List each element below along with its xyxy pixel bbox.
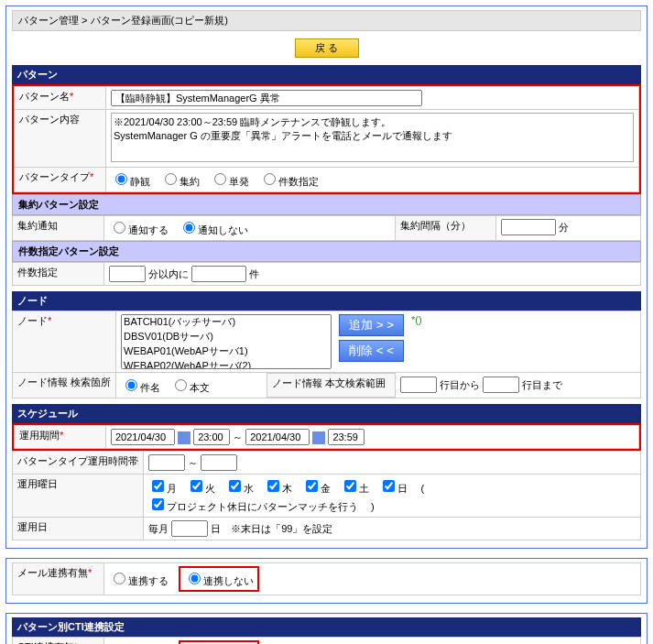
ptype-shuyaku-radio[interactable] (165, 173, 177, 185)
node-line-from-input[interactable] (400, 377, 437, 393)
node-line-to-input[interactable] (483, 377, 519, 393)
section-header-schedule: スケジュール (12, 404, 641, 423)
mail-label: メール連携有無 (17, 567, 88, 578)
ptype-time-to-input[interactable] (201, 454, 237, 471)
count-label: 件数指定 (17, 267, 58, 278)
node-remove-button[interactable]: 削除 < < (339, 340, 404, 362)
section-header-cti: パターン別CTI連携設定 (12, 617, 641, 637)
count-ken-input[interactable] (191, 266, 246, 282)
node-label: ノード (17, 315, 48, 326)
dow-mon-check[interactable] (152, 480, 164, 492)
pattern-content-label: パターン内容 (19, 114, 80, 125)
ptype-tanpatsu-radio[interactable] (214, 173, 226, 185)
node-search-label: ノード情報 検索箇所 (17, 377, 111, 387)
section-header-pattern: パターン (12, 65, 641, 84)
ptype-time-from-input[interactable] (148, 454, 185, 471)
runday-input[interactable] (171, 520, 208, 537)
count-minutes-input[interactable] (109, 266, 146, 282)
nodesearch-subject-radio[interactable] (125, 379, 137, 391)
mail-yes-radio[interactable] (114, 573, 125, 584)
runday-label: 運用日 (17, 521, 48, 532)
section-header-node: ノード (12, 291, 641, 311)
node-range-label: ノード情報 本文検索範囲 (272, 377, 386, 388)
pattern-type-label: パターンタイプ (19, 171, 90, 182)
pattern-table: パターン名* パターン内容 パターンタイプ* 静観 集約 単発 件数指定 (14, 86, 639, 192)
section-header-agg: 集約パターン設定 (12, 194, 641, 215)
date-to-input[interactable] (245, 429, 310, 445)
node-right-text: *() (411, 314, 422, 325)
ptype-kensu-radio[interactable] (264, 173, 276, 185)
calendar-icon[interactable] (312, 431, 325, 444)
cti-panel: パターン別CTI連携設定 CTI連携有無* 連携する 連携しない (5, 613, 648, 644)
date-from-input[interactable] (111, 429, 175, 445)
pattern-content-textarea[interactable] (111, 113, 634, 162)
dow-fri-check[interactable] (306, 480, 318, 492)
dow-tue-check[interactable] (190, 480, 202, 492)
agg-interval-input[interactable] (501, 219, 556, 235)
back-button-top[interactable]: 戻 る (295, 38, 359, 58)
dow-wed-check[interactable] (229, 480, 241, 492)
time-from-input[interactable] (193, 429, 230, 445)
agg-notice-label: 集約通知 (17, 220, 58, 231)
mail-panel: メール連携有無* 連携する 連携しない (5, 558, 648, 604)
dow-sat-check[interactable] (344, 480, 356, 492)
dow-sun-check[interactable] (383, 480, 395, 492)
pattern-name-input[interactable] (111, 90, 422, 106)
dow-thu-check[interactable] (267, 480, 279, 492)
ptype-seikan-radio[interactable] (115, 173, 127, 185)
agg-no-radio[interactable] (183, 222, 195, 234)
agg-yes-radio[interactable] (114, 222, 125, 234)
section-header-count: 件数指定パターン設定 (12, 241, 641, 262)
main-panel: パターン管理 > パターン登録画面(コピー新規) 戻 る パターン パターン名*… (5, 5, 648, 549)
breadcrumb: パターン管理 > パターン登録画面(コピー新規) (12, 10, 641, 31)
schedule-period-label: 運用期間 (19, 430, 60, 441)
calendar-icon[interactable] (178, 431, 190, 444)
ptype-time-label: パターンタイプ運用時間帯 (17, 455, 138, 466)
project-holiday-check[interactable] (152, 498, 164, 510)
nodesearch-body-radio[interactable] (175, 379, 187, 391)
pattern-name-label: パターン名 (19, 91, 70, 102)
dow-label: 運用曜日 (17, 478, 58, 489)
node-add-button[interactable]: 追加 > > (339, 314, 404, 336)
time-to-input[interactable] (328, 429, 365, 445)
mail-no-radio[interactable] (189, 573, 201, 584)
node-select[interactable]: BATCH01(バッチサーバ)DBSV01(DBサーバ)WEBAP01(WebA… (121, 314, 332, 369)
agg-interval-label: 集約間隔（分） (400, 220, 471, 231)
